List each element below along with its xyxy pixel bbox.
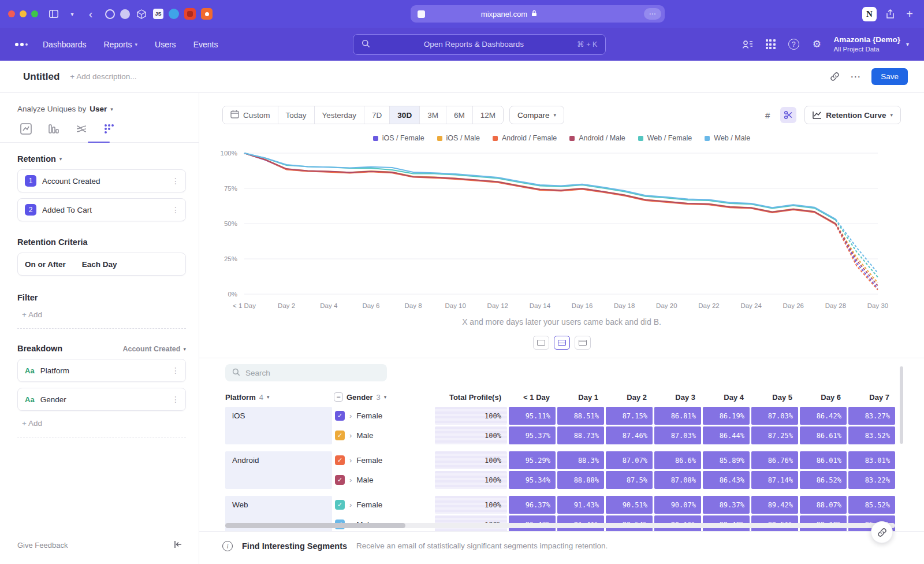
filter-add-button[interactable]: + Add — [17, 302, 186, 329]
compare-button[interactable]: Compare ▾ — [509, 106, 564, 124]
cube-icon[interactable] — [135, 8, 148, 20]
more-actions-icon[interactable]: ⋯ — [850, 70, 861, 83]
address-more-icon[interactable]: ⋯ — [644, 8, 661, 20]
tab-insights[interactable] — [20, 123, 32, 135]
help-icon[interactable]: ? — [787, 38, 800, 51]
platform-cell[interactable]: Android — [225, 451, 332, 489]
nav-item-users[interactable]: Users — [155, 40, 176, 49]
back-icon[interactable]: ‹ — [84, 8, 97, 20]
notion-app-icon[interactable]: N — [862, 7, 877, 21]
breakdown-card-platform[interactable]: Aa Platform ⋮ — [17, 359, 186, 382]
collapse-sidebar-icon[interactable] — [173, 540, 182, 550]
nav-item-reports[interactable]: Reports▾ — [104, 40, 138, 49]
breakdown-card-gender[interactable]: Aa Gender ⋮ — [17, 388, 186, 411]
breakdown-applies-to-select[interactable]: Account Created ▾ — [122, 345, 186, 353]
apps-grid-icon[interactable] — [764, 38, 777, 51]
gender-cell[interactable]: ✓›Female — [334, 407, 433, 425]
legend-item[interactable]: iOS / Male — [437, 134, 480, 142]
close-window-icon[interactable] — [8, 10, 15, 17]
platform-cell[interactable]: iOS — [225, 407, 332, 444]
date-range-30d[interactable]: 30D — [390, 106, 420, 124]
column-day-2[interactable]: Day 2 — [606, 393, 653, 402]
legend-item[interactable]: Android / Male — [569, 134, 625, 142]
copy-link-icon[interactable] — [830, 72, 840, 81]
expand-row-icon[interactable]: › — [349, 456, 352, 465]
column-day-4[interactable]: Day 4 — [703, 393, 750, 402]
toggle-chart-only[interactable] — [533, 336, 549, 350]
tab-flows[interactable] — [75, 123, 88, 135]
give-feedback-link[interactable]: Give Feedback — [17, 541, 68, 550]
column-total-profile-s-[interactable]: Total Profile(s) — [435, 393, 507, 402]
minimize-window-icon[interactable] — [20, 10, 27, 17]
blue-extension-icon[interactable] — [169, 9, 179, 19]
date-range-yesterday[interactable]: Yesterday — [315, 106, 365, 124]
row-checkbox[interactable]: ✓ — [335, 475, 345, 485]
extension-ring-icon[interactable] — [105, 9, 115, 19]
date-range-12m[interactable]: 12M — [473, 106, 503, 124]
chart-type-select[interactable]: Retention Curve ▾ — [804, 106, 901, 124]
expand-row-icon[interactable]: › — [349, 411, 352, 420]
gender-cell[interactable]: ✓›Female — [334, 451, 433, 469]
kebab-menu-icon[interactable]: ⋮ — [172, 366, 180, 375]
tab-retention[interactable] — [103, 123, 116, 135]
maximize-window-icon[interactable] — [31, 10, 38, 17]
orange-extension-icon[interactable] — [201, 8, 213, 20]
kebab-menu-icon[interactable]: ⋮ — [172, 176, 180, 185]
table-search-input[interactable]: Search — [225, 364, 387, 381]
retention-section-label[interactable]: Retention — [17, 154, 56, 164]
row-checkbox[interactable]: ✓ — [335, 455, 345, 465]
expand-row-icon[interactable]: › — [349, 476, 352, 484]
column-day-7[interactable]: Day 7 — [848, 393, 895, 402]
criteria-card[interactable]: On or After Each Day — [17, 253, 186, 276]
horizontal-scrollbar-thumb[interactable] — [225, 523, 405, 528]
kebab-menu-icon[interactable]: ⋮ — [172, 395, 180, 404]
address-bar[interactable]: mixpanel.com ⋯ — [411, 5, 665, 23]
share-link-fab[interactable] — [871, 521, 893, 543]
expand-row-icon[interactable]: › — [349, 500, 352, 509]
gender-indeterminate-checkbox[interactable]: − — [334, 392, 343, 402]
date-range-3m[interactable]: 3M — [420, 106, 446, 124]
new-tab-icon[interactable]: + — [903, 8, 916, 20]
extension-circle-icon[interactable] — [120, 9, 130, 19]
column-day-1[interactable]: Day 1 — [557, 393, 604, 402]
share-icon[interactable] — [884, 8, 896, 20]
toggle-chart-and-table[interactable] — [554, 336, 570, 350]
legend-item[interactable]: iOS / Female — [373, 134, 424, 142]
gender-cell[interactable]: ✓›Female — [334, 496, 433, 514]
horizontal-scrollbar[interactable] — [225, 523, 895, 528]
legend-item[interactable]: Android / Female — [493, 134, 557, 142]
row-checkbox[interactable]: ✓ — [335, 500, 345, 510]
gender-cell[interactable]: ✓›Male — [334, 471, 433, 489]
tab-funnels[interactable] — [47, 123, 60, 135]
analyze-entity-select[interactable]: User — [90, 105, 107, 113]
date-range-today[interactable]: Today — [278, 106, 315, 124]
mixpanel-logo-icon[interactable] — [15, 43, 28, 46]
criteria-each-day[interactable]: Each Day — [82, 260, 117, 269]
step-card-2[interactable]: 2 Added To Cart ⋮ — [17, 198, 186, 221]
date-range-6m[interactable]: 6M — [446, 106, 473, 124]
annotations-icon[interactable]: # — [759, 107, 776, 123]
column--1-day[interactable]: < 1 Day — [509, 393, 556, 402]
red-extension-icon[interactable] — [184, 8, 196, 20]
column-platform[interactable]: Platform4 ▾ — [225, 393, 332, 402]
kebab-menu-icon[interactable]: ⋮ — [172, 205, 180, 214]
legend-item[interactable]: Web / Female — [638, 134, 692, 142]
toggle-table-only[interactable] — [575, 336, 591, 350]
js-extension-icon[interactable]: JS — [153, 9, 163, 19]
global-search-input[interactable]: Open Reports & Dashboards ⌘ + K — [353, 34, 606, 55]
row-checkbox[interactable]: ✓ — [335, 411, 345, 421]
column-gender[interactable]: − Gender3 ▾ — [334, 392, 433, 402]
breakdown-add-button[interactable]: + Add — [17, 411, 186, 437]
report-title[interactable]: Untitled — [23, 71, 59, 83]
column-day-3[interactable]: Day 3 — [654, 393, 701, 402]
vertical-scrollbar-thumb[interactable] — [900, 366, 903, 444]
chart-tools-icon[interactable] — [780, 107, 796, 123]
gender-cell[interactable]: ✓›Male — [334, 426, 433, 444]
save-button[interactable]: Save — [871, 68, 908, 85]
sidebar-toggle-icon[interactable] — [47, 8, 60, 20]
date-range-custom[interactable]: Custom — [223, 106, 278, 124]
step-card-1[interactable]: 1 Account Created ⋮ — [17, 169, 186, 192]
nav-item-dashboards[interactable]: Dashboards — [43, 40, 87, 49]
project-switcher[interactable]: Amazonia {Demo} All Project Data — [833, 35, 900, 53]
report-description-placeholder[interactable]: + Add description... — [70, 72, 819, 81]
